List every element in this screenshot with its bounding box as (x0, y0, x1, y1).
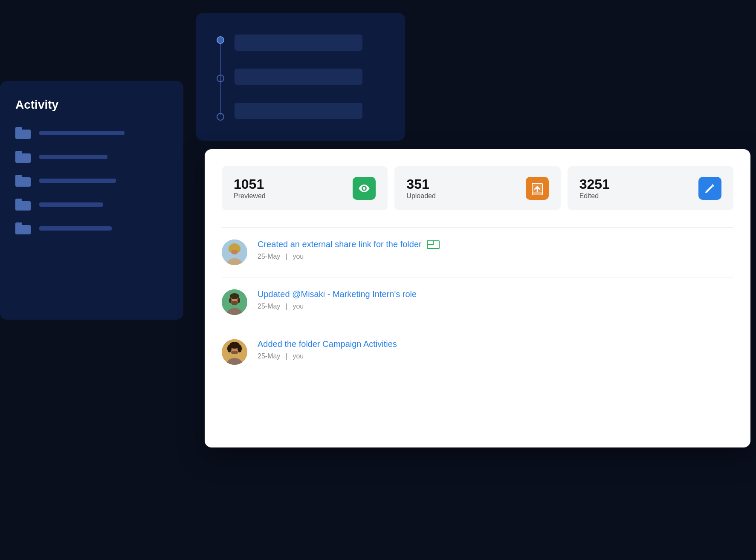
folder-bar (39, 226, 112, 231)
list-item (15, 127, 168, 139)
folder-icon (15, 127, 31, 139)
main-card: 1051 Previewed 351 Uploaded (205, 149, 750, 447)
avatar-image-3 (222, 339, 247, 365)
avatar-image-2 (222, 289, 247, 315)
activity-content-3: Added the folder Campaign Activities 25-… (258, 339, 733, 360)
activity-date-1: 25-May (258, 253, 280, 260)
folder-bar (39, 202, 103, 207)
timeline-bar-2 (235, 69, 362, 85)
timeline-dot-3 (217, 113, 224, 121)
folder-icon (15, 151, 31, 163)
timeline-bar-1 (235, 35, 362, 51)
stat-number-previewed: 1051 (234, 176, 266, 192)
avatar-image-1 (222, 240, 247, 265)
activity-content-1: Created an external share link for the f… (258, 240, 733, 260)
meta-separator-2: | (286, 303, 290, 310)
svg-point-10 (237, 245, 240, 252)
activity-user-3: you (293, 352, 304, 360)
activity-user-2: you (293, 303, 304, 310)
folder-icon (15, 199, 31, 211)
list-item (15, 222, 168, 234)
activity-meta-3: 25-May | you (258, 352, 733, 360)
activity-meta-1: 25-May | you (258, 253, 733, 260)
svg-point-16 (238, 298, 240, 303)
timeline-dot-1 (217, 36, 224, 44)
folder-bar (39, 131, 125, 135)
activity-item-2: Updated @Misaki - Marketing Intern's rol… (222, 277, 733, 327)
list-item (15, 175, 168, 187)
activity-text-1: Created an external share link for the f… (258, 240, 422, 249)
pencil-icon (703, 182, 717, 195)
stat-edited: 3251 Edited (568, 166, 733, 210)
svg-point-17 (231, 301, 238, 305)
activity-user-1: you (293, 253, 304, 260)
svg-rect-3 (532, 192, 542, 195)
svg-point-15 (229, 298, 232, 303)
activity-date-3: 25-May (258, 352, 280, 360)
activity-item-3: Added the folder Campaign Activities 25-… (222, 327, 733, 377)
list-item (15, 151, 168, 163)
stat-label-edited: Edited (579, 192, 599, 199)
folder-link-icon (427, 240, 438, 249)
stat-label-uploaded: Uploaded (406, 192, 436, 199)
activity-content-2: Updated @Misaki - Marketing Intern's rol… (258, 289, 733, 310)
edited-icon-box (698, 177, 721, 200)
folder-bar (39, 179, 116, 183)
list-item (15, 199, 168, 211)
folder-icon (15, 222, 31, 234)
stat-number-uploaded: 351 (406, 176, 436, 192)
timeline-panel (196, 13, 405, 141)
svg-point-24 (231, 351, 238, 354)
folder-bar (39, 155, 107, 159)
svg-point-22 (227, 345, 232, 352)
eye-icon (357, 182, 371, 195)
activity-panel-title: Activity (15, 98, 168, 112)
activity-item-1: Created an external share link for the f… (222, 227, 733, 277)
svg-point-9 (229, 245, 232, 252)
svg-point-14 (230, 293, 239, 299)
activity-text-3: Added the folder Campaign Activities (258, 339, 397, 349)
avatar (222, 289, 247, 315)
svg-point-23 (238, 345, 242, 352)
stat-text-edited: 3251 Edited (579, 176, 610, 200)
timeline-bar-3 (235, 103, 362, 119)
activity-text-2: Updated @Misaki - Marketing Intern's rol… (258, 289, 417, 299)
avatar (222, 339, 247, 365)
avatar (222, 240, 247, 265)
upload-icon (530, 182, 544, 195)
activity-link-3[interactable]: Added the folder Campaign Activities (258, 339, 733, 349)
stat-text-previewed: 1051 Previewed (234, 176, 266, 200)
activity-meta-2: 25-May | you (258, 303, 733, 310)
stats-row: 1051 Previewed 351 Uploaded (222, 166, 733, 210)
stat-number-edited: 3251 (579, 176, 610, 192)
activity-date-2: 25-May (258, 303, 280, 310)
stat-label-previewed: Previewed (234, 192, 266, 199)
stat-uploaded: 351 Uploaded (394, 166, 560, 210)
folder-icon (15, 175, 31, 187)
svg-point-0 (363, 187, 365, 190)
previewed-icon-box (353, 177, 376, 200)
meta-separator-3: | (286, 352, 290, 360)
uploaded-icon-box (526, 177, 549, 200)
meta-separator: | (286, 253, 290, 260)
timeline-dot-2 (217, 75, 224, 82)
activity-panel: Activity (0, 81, 183, 320)
activity-link-1[interactable]: Created an external share link for the f… (258, 240, 733, 249)
stat-previewed: 1051 Previewed (222, 166, 388, 210)
stat-text-uploaded: 351 Uploaded (406, 176, 436, 200)
activity-link-2[interactable]: Updated @Misaki - Marketing Intern's rol… (258, 289, 733, 299)
